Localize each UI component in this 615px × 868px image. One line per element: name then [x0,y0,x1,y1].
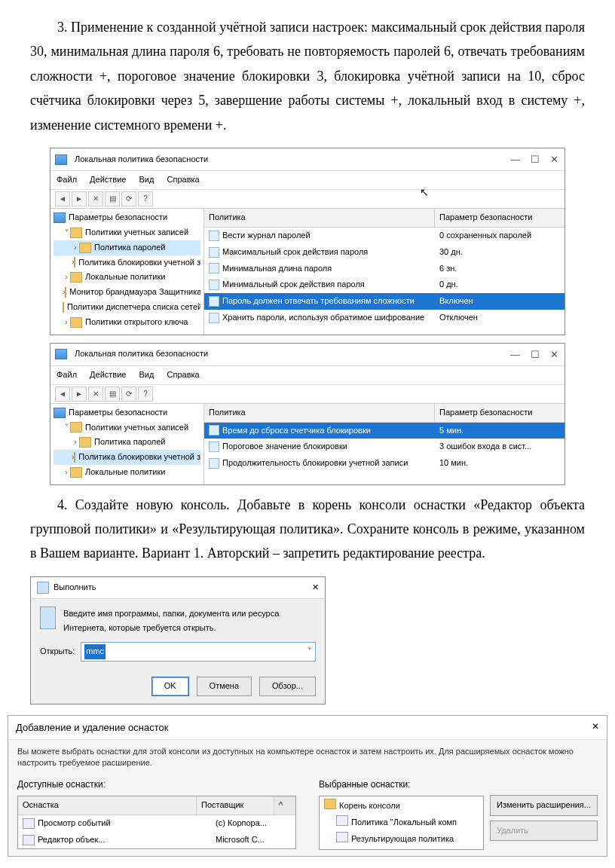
col-value[interactable]: Параметр безопасности [435,209,565,227]
close-button[interactable]: ✕ [312,580,319,595]
help-button[interactable]: ? [138,191,153,206]
policy-row[interactable]: Хранить пароли, используя обратимое шифр… [204,310,565,326]
maximize-button[interactable]: ☐ [531,346,540,363]
back-button[interactable]: ◄ [55,191,70,206]
list-item[interactable]: Просмотр событий(c) Корпора... [18,815,295,832]
back-button[interactable]: ◄ [55,387,70,402]
policy-row[interactable]: Продолжительность блокировки учетной зап… [204,455,565,472]
col-policy[interactable]: Политика [204,209,435,227]
browse-button[interactable]: Обзор... [259,677,316,696]
snapin-icon [23,835,35,845]
policy-row[interactable]: Пароль должен отвечать требованиям сложн… [204,293,565,310]
col-policy[interactable]: Политика [204,404,435,422]
close-button[interactable]: ✕ [550,346,558,363]
tree-item[interactable]: Политики открытого ключа [85,315,188,330]
tree-item[interactable]: Монитор брандмауэра Защитника [69,285,200,300]
policy-grid[interactable]: Политика Параметр безопасности Вести жур… [204,209,565,334]
menu-file[interactable]: Файл [57,370,77,379]
paragraph-3: 3. Применение к созданной учётной записи… [30,15,585,137]
policy-name: Максимальный срок действия пароля [222,245,368,260]
menu-action[interactable]: Действие [90,370,126,379]
tree-item[interactable]: Политики учетных записей [85,225,188,240]
policy-icon [209,231,219,241]
refresh-button[interactable]: ⟳ [121,191,136,206]
snapin-icon [336,815,348,826]
open-input[interactable]: mmc ˅ [81,642,316,662]
policy-icon [209,442,219,452]
menu-action[interactable]: Действие [90,175,126,184]
policy-row[interactable]: Минимальная длина пароля6 зн. [204,261,565,277]
tree-item[interactable]: Политики диспетчера списка сетей [67,300,200,315]
policy-grid[interactable]: Политика Параметр безопасности Время до … [204,404,565,484]
tree-item[interactable]: Локальные политики [85,465,165,480]
snap-title: Добавление и удаление оснасток [16,719,592,736]
maximize-button[interactable]: ☐ [531,151,540,168]
menu-view[interactable]: Вид [139,175,155,184]
delete-button[interactable]: ✕ [88,191,103,206]
minimize-button[interactable]: — [510,151,520,168]
close-button[interactable]: ✕ [592,719,599,736]
menu-view[interactable]: Вид [139,370,155,379]
col-value[interactable]: Параметр безопасности [435,404,565,422]
policy-row[interactable]: Время до сброса счетчика блокировки5 мин… [204,423,565,439]
tree-pane[interactable]: Параметры безопасности ˅Политики учетных… [50,209,204,334]
scroll-up[interactable]: ^ [274,796,295,815]
tree-root[interactable]: Параметры безопасности [69,405,167,420]
shield-icon [54,408,66,418]
toolbar: ◄ ► ✕ ▤ ⟳ ? [50,385,565,404]
tree-item[interactable]: Локальные политики [85,270,165,285]
fwd-button[interactable]: ► [72,191,87,206]
props-button[interactable]: ▤ [105,387,120,402]
policy-row[interactable]: Минимальный срок действия пароля0 дн. [204,277,565,293]
list-item[interactable]: Политика "Локальный комп [321,815,482,831]
folder-icon [70,272,82,283]
tree-root[interactable]: Параметры безопасности [69,210,167,225]
tree-item-selected[interactable]: Политика блокировки учетной з [78,450,200,465]
policy-value: 5 мин. [435,423,565,439]
list-item[interactable]: Корень консоли [321,798,482,815]
policy-name: Хранить пароли, используя обратимое шифр… [222,310,424,326]
help-button[interactable]: ? [138,387,153,402]
delete-button[interactable]: Удалить [490,821,598,842]
cursor-icon: ↖ [420,183,429,202]
snap-desc: Вы можете выбрать оснастки для этой конс… [8,740,607,774]
folder-icon [65,287,66,298]
policy-row[interactable]: Максимальный срок действия пароля30 дн. [204,244,565,261]
col-vendor[interactable]: Поставщик [197,796,274,815]
dropdown-icon[interactable]: ˅ [308,644,312,659]
policy-name: Продолжительность блокировки учетной зап… [222,456,408,471]
avail-list[interactable]: Оснастка Поставщик ^ Просмотр событий(c)… [17,796,296,848]
col-snapin[interactable]: Оснастка [18,796,197,815]
minimize-button[interactable]: — [510,346,520,363]
menu-file[interactable]: Файл [57,175,77,184]
close-button[interactable]: ✕ [550,151,558,168]
ok-button[interactable]: OK [151,677,189,696]
tree-item[interactable]: Политики учетных записей [85,420,188,436]
cancel-button[interactable]: Отмена [197,677,252,696]
tree-item-selected[interactable]: Политика паролей [94,240,166,255]
policy-value: 0 сохраненных паролей [435,228,565,243]
policy-name: Время до сброса счетчика блокировки [222,423,371,439]
menu-help[interactable]: Справка [167,370,200,379]
fwd-button[interactable]: ► [72,387,87,402]
run-desc: Введите имя программы, папки, документа … [63,607,316,637]
secpol-window-1: Локальная политика безопасности — ☐ ✕ Фа… [50,148,565,335]
delete-button[interactable]: ✕ [88,387,103,402]
policy-row[interactable]: Пороговое значение блокировки3 ошибок вх… [204,439,565,455]
tree-pane[interactable]: Параметры безопасности ˅Политики учетных… [50,404,204,484]
menu-help[interactable]: Справка [167,175,200,184]
sel-list[interactable]: Корень консолиПолитика "Локальный компРе… [319,796,484,849]
tree-item[interactable]: Политика паролей [94,435,166,450]
refresh-button[interactable]: ⟳ [121,387,136,402]
list-item[interactable]: Результирующая политика [321,831,482,848]
props-button[interactable]: ▤ [105,191,120,206]
edit-ext-button[interactable]: Изменить расширения... [490,795,598,816]
toolbar: ◄ ► ✕ ▤ ⟳ ? [50,190,565,209]
list-item[interactable]: Редактор объек...Microsoft C... [18,832,295,848]
folder-icon [63,302,64,313]
policy-value: 10 мин. [435,456,565,471]
open-label: Открыть: [40,644,75,659]
tree-item[interactable]: Политика блокировки учетной з [78,255,200,270]
folder-icon [79,437,91,448]
policy-row[interactable]: Вести журнал паролей0 сохраненных пароле… [204,228,565,244]
